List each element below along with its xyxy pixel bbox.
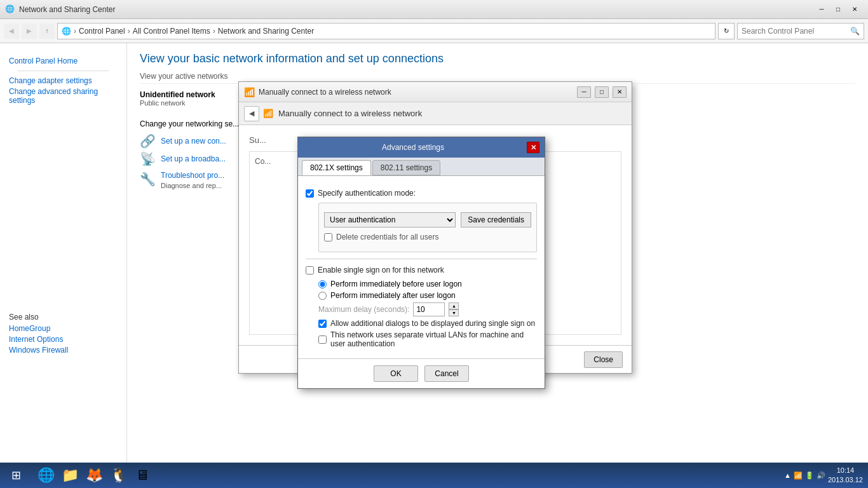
sso-checkbox[interactable] [306,266,314,274]
search-box: 🔍 [737,23,864,39]
max-delay-label: Maximum delay (seconds): [318,305,409,314]
diagnose-label: Diagnose and rep... [161,182,224,189]
auth-mode-select[interactable]: User authentication Computer authenticat… [324,212,456,227]
wireless-minimize-btn[interactable]: ─ [577,86,591,98]
window-icon: 🌐 [5,4,15,15]
setup-broadband[interactable]: Set up a broadba... [161,154,226,163]
save-credentials-btn[interactable]: Save credentials [461,212,531,227]
allow-dialogs-group: Allow additional dialogs to be displayed… [318,319,537,328]
troubleshoot-link[interactable]: Troubleshoot pro... [161,171,224,180]
breadcrumb-all-items[interactable]: All Control Panel Items [133,27,210,36]
tray-network-icon[interactable]: 📶 [794,471,803,480]
taskbar-clock[interactable]: 10:14 2013.03.12 [828,466,863,485]
search-input[interactable] [742,27,850,36]
taskbar-penguin-icon[interactable]: 🐧 [107,464,130,487]
breadcrumb-network-sharing[interactable]: Network and Sharing Center [218,27,314,36]
window-controls: ─ □ ✕ [813,3,863,16]
taskbar-explorer-icon[interactable]: 📁 [58,464,81,487]
virtual-lans-checkbox[interactable] [318,336,327,344]
wireless-close-button[interactable]: Close [584,351,623,368]
sso-radio-before: Perform immediately before user logon [318,280,537,288]
forward-button[interactable]: ▶ [22,24,37,39]
sidebar-adapter-settings[interactable]: Change adapter settings [9,76,118,85]
spin-buttons: ▲ ▼ [449,302,459,316]
sso-label: Enable single sign on for this network [318,266,444,274]
sidebar-home-link[interactable]: Control Panel Home [9,57,118,65]
tabs-bar: 802.1X settings 802.11 settings [298,158,545,176]
sidebar-divider [18,71,109,71]
clock-date: 2013.03.12 [828,475,863,485]
max-delay-row: Maximum delay (seconds): ▲ ▼ [318,302,537,316]
sidebar-advanced-sharing[interactable]: Change advanced sharing settings [9,87,118,105]
wireless-dialog-nav: ◀ 📶 Manually connect to a wireless netwo… [239,102,632,125]
address-bar: ◀ ▶ ↑ 🌐 › Control Panel › All Control Pa… [0,19,868,43]
sso-radio-after: Perform immediately after user logon [318,291,537,300]
sso-radio-after-input[interactable] [318,292,327,300]
minimize-button[interactable]: ─ [813,3,830,16]
refresh-button[interactable]: ↻ [718,23,735,39]
advanced-dialog-footer: OK Cancel [298,358,545,388]
max-delay-input[interactable] [413,302,445,316]
virtual-lans-group: This network uses separate virtual LANs … [318,330,537,348]
auth-indented-section: User authentication Computer authenticat… [318,203,537,252]
taskbar-control-panel-icon[interactable]: 🖥 [131,464,154,487]
tab-80211[interactable]: 802.11 settings [372,160,440,175]
wireless-dialog-titlebar: 📶 Manually connect to a wireless network… [239,82,632,102]
advanced-dialog-titlebar: Advanced settings ✕ [298,137,545,158]
auth-dropdown-row: User authentication Computer authenticat… [324,212,531,227]
specify-auth-group: Specify authentication mode: [306,189,537,198]
wireless-close-btn[interactable]: ✕ [613,86,627,98]
breadcrumb[interactable]: 🌐 › Control Panel › All Control Panel It… [57,23,715,39]
sso-radio-after-label: Perform immediately after user logon [330,291,456,300]
specify-auth-label: Specify authentication mode: [318,189,416,198]
sidebar-windows-firewall[interactable]: Windows Firewall [9,346,118,355]
tray-battery-icon[interactable]: 🔋 [805,471,814,480]
taskbar: ⊞ 🌐 📁 🦊 🐧 🖥 ▲ 📶 🔋 🔊 10:14 2013.03.12 [0,463,868,488]
wireless-maximize-btn[interactable]: □ [595,86,609,98]
wireless-back-btn[interactable]: ◀ [244,106,259,121]
setup-new-connection[interactable]: Set up a new con... [161,137,226,146]
maximize-button[interactable]: □ [830,3,846,16]
advanced-close-btn[interactable]: ✕ [527,142,539,153]
cancel-button[interactable]: Cancel [424,365,469,382]
up-button[interactable]: ↑ [39,24,55,39]
back-button[interactable]: ◀ [4,24,19,39]
sso-options: Perform immediately before user logon Pe… [318,280,537,348]
spin-up-btn[interactable]: ▲ [449,302,459,309]
search-icon: 🔍 [850,27,860,36]
advanced-content: Specify authentication mode: User authen… [298,176,545,358]
sidebar-homegroup[interactable]: HomeGroup [9,324,118,333]
section-divider [306,259,537,259]
ok-button[interactable]: OK [374,365,418,382]
sso-section: Enable single sign on for this network P… [306,266,537,348]
delete-creds-label: Delete credentials for all users [336,233,438,241]
clock-time: 10:14 [828,466,863,475]
sidebar-see-also-heading: See also [9,313,118,322]
breadcrumb-icon: 🌐 [62,27,71,36]
delete-creds-checkbox[interactable] [324,233,332,241]
delete-creds-group: Delete credentials for all users [324,233,531,241]
specify-auth-checkbox[interactable] [306,189,314,198]
tab-8021x[interactable]: 802.1X settings [302,160,371,175]
sso-radio-before-input[interactable] [318,280,327,288]
taskbar-icons: 🌐 📁 🦊 🐧 🖥 [32,464,156,487]
taskbar-firefox-icon[interactable]: 🦊 [83,464,105,487]
allow-dialogs-checkbox[interactable] [318,320,327,328]
tray-arrow-icon[interactable]: ▲ [784,471,791,479]
breadcrumb-control-panel[interactable]: Control Panel [79,27,125,36]
taskbar-ie-icon[interactable]: 🌐 [34,464,57,487]
title-bar: 🌐 Network and Sharing Center ─ □ ✕ [0,0,868,19]
wireless-dialog-title: Manually connect to a wireless network [259,88,573,97]
taskbar-tray: ▲ 📶 🔋 🔊 10:14 2013.03.12 [779,466,868,485]
sso-check-group: Enable single sign on for this network [306,266,537,274]
wireless-nav-title: 📶 Manually connect to a wireless network [263,109,422,118]
wireless-dialog-icon: 📶 [244,87,255,97]
sso-radio-before-label: Perform immediately before user logon [330,280,462,288]
spin-down-btn[interactable]: ▼ [449,309,459,316]
tray-volume-icon[interactable]: 🔊 [817,471,825,480]
start-button[interactable]: ⊞ [0,463,32,488]
sidebar-internet-options[interactable]: Internet Options [9,335,118,344]
sidebar: Control Panel Home Change adapter settin… [0,43,127,463]
close-button[interactable]: ✕ [846,3,863,16]
tray-icons: ▲ 📶 🔋 🔊 [784,471,825,480]
